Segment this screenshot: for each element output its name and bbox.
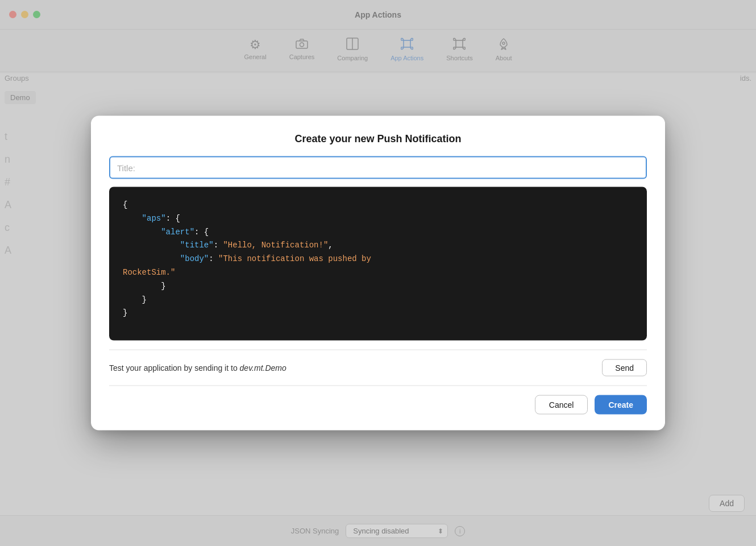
code-editor[interactable]: { "aps": { "alert": { "title": "Hello, N… <box>109 187 647 341</box>
send-text: Test your application by sending it to d… <box>109 363 286 373</box>
send-row: Test your application by sending it to d… <box>109 359 647 377</box>
action-row: Cancel Create <box>109 395 647 415</box>
title-input[interactable] <box>109 156 647 179</box>
divider-1 <box>109 350 647 350</box>
divider-2 <box>109 386 647 386</box>
create-button[interactable]: Create <box>595 395 647 415</box>
cancel-button[interactable]: Cancel <box>535 395 588 415</box>
modal-title: Create your new Push Notification <box>109 133 647 145</box>
modal-dialog: Create your new Push Notification { "aps… <box>91 116 665 431</box>
send-button[interactable]: Send <box>602 359 647 377</box>
